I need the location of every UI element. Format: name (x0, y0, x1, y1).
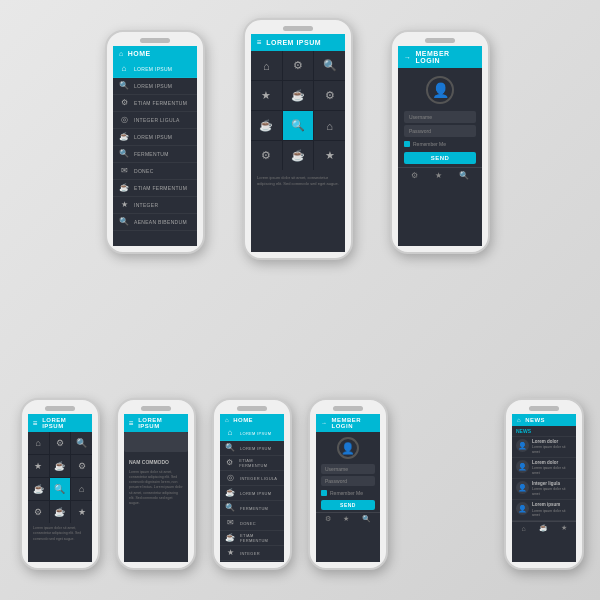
sm1-cell-home[interactable]: ⌂ (28, 432, 49, 454)
footer-star-icon: ★ (435, 171, 442, 180)
grid-cell-home[interactable]: ⌂ (251, 51, 282, 80)
grid-cell-gear2[interactable]: ⚙ (314, 81, 345, 110)
sm4-footer-search: 🔍 (362, 515, 371, 523)
sm1-cell-cup[interactable]: ☕ (50, 455, 71, 477)
sm1-header: ≡ LOREM IPSUM (28, 414, 92, 432)
grid-cell-search-active[interactable]: 🔍 (283, 111, 314, 140)
sm3-title: HOME (233, 417, 253, 423)
sm4-arrow-icon: → (321, 420, 328, 426)
sm3-star-icon: ★ (225, 548, 235, 558)
sm2-header: ≡ LOREM IPSUM (124, 414, 188, 432)
sm1-cell-home2[interactable]: ⌂ (71, 478, 92, 500)
sm5-news-thumb-3: 👤 (516, 481, 529, 494)
sm4-send-button[interactable]: SEND (321, 500, 375, 510)
sm1-icon-grid: ⌂ ⚙ 🔍 ★ ☕ ⚙ ☕ 🔍 ⌂ ⚙ ☕ ★ (28, 432, 92, 523)
menu-label-5: LOREM IPSUM (134, 134, 172, 140)
sm1-cell-gear[interactable]: ⚙ (50, 432, 71, 454)
menu-label-9: INTEGER (134, 202, 158, 208)
sm1-cell-cup2[interactable]: ☕ (28, 478, 49, 500)
sm3-menu-5[interactable]: ☕ LOREM IPSUM (220, 486, 284, 501)
menu-item-4[interactable]: ◎ INTEGER LIGULA (113, 112, 197, 129)
menu-item-6[interactable]: 🔍 FERMENTUM (113, 146, 197, 163)
phone-small-4: → MEMBER LOGIN 👤 Username Password Remem… (308, 398, 388, 570)
sm3-home-icon: ⌂ (225, 417, 229, 423)
grid-cell-gear[interactable]: ⚙ (283, 51, 314, 80)
screen-sm3: ⌂ HOME ⌂ LOREM IPSUM 🔍 LOREM IPSUM ⚙ ETI… (220, 414, 284, 562)
sm5-news-text-2: Lorem dolor Lorem ipsum dolor sit amet (532, 460, 572, 476)
sm1-cell-gear2[interactable]: ⚙ (71, 455, 92, 477)
grid-cell-search[interactable]: 🔍 (314, 51, 345, 80)
sm3-menu-9[interactable]: ★ INTEGER (220, 546, 284, 561)
sm1-cell-gear3[interactable]: ⚙ (28, 501, 49, 523)
sm4-username-field[interactable]: Username (321, 464, 375, 474)
sm5-news-item-1[interactable]: 👤 Lorem dolor Lorem ipsum dolor sit amet (512, 437, 576, 458)
checkbox-remember[interactable] (404, 141, 410, 147)
grid-cell-cup2[interactable]: ☕ (251, 111, 282, 140)
send-button[interactable]: SEND (404, 152, 476, 164)
sm3-menu-label-8: ETIAM FERMENTUM (240, 533, 279, 543)
sm3-menu-10[interactable]: 🔍 AENEAN BIBENDUM (220, 561, 284, 562)
sm4-remember-row[interactable]: Remember Me (316, 488, 380, 498)
sm3-menu-label-7: DONEC (240, 521, 256, 526)
sm3-envelope-icon: ✉ (225, 518, 235, 528)
sm5-news-item-4[interactable]: 👤 Lorem ipsum Lorem ipsum dolor sit amet (512, 500, 576, 521)
header-title: HOME (128, 50, 151, 57)
sm1-cell-search[interactable]: 🔍 (71, 432, 92, 454)
sm4-checkbox[interactable] (321, 490, 327, 496)
menu-item-3[interactable]: ⚙ ETIAM FERMENTUM (113, 95, 197, 112)
sm5-news-text-4: Lorem ipsum Lorem ipsum dolor sit amet (532, 502, 572, 518)
grid-cell-home2[interactable]: ⌂ (314, 111, 345, 140)
sm1-cell-search-active[interactable]: 🔍 (50, 478, 71, 500)
menu-item-1[interactable]: ⌂ LOREM IPSUM (113, 61, 197, 78)
sm5-news-body-2: Lorem ipsum dolor sit amet (532, 466, 565, 475)
menu-item-5[interactable]: ☕ LOREM IPSUM (113, 129, 197, 146)
sm5-news-title-1: Lorem dolor (532, 439, 558, 444)
hamburger-icon: ≡ (257, 38, 262, 47)
grid-cell-cup[interactable]: ☕ (283, 81, 314, 110)
sm3-cup2-icon: ☕ (225, 533, 235, 543)
sm3-menu-3[interactable]: ⚙ ETIAM FERMENTUM (220, 456, 284, 471)
sm1-cell-star2[interactable]: ★ (71, 501, 92, 523)
sm3-menu-7[interactable]: ✉ DONEC (220, 516, 284, 531)
username-field[interactable]: Username (404, 111, 476, 123)
menu-item-7[interactable]: ✉ DONEC (113, 163, 197, 180)
menu-item-9[interactable]: ★ INTEGER (113, 197, 197, 214)
screen-sm1: ≡ LOREM IPSUM ⌂ ⚙ 🔍 ★ ☕ ⚙ ☕ 🔍 ⌂ ⚙ ☕ ★ Lo… (28, 414, 92, 562)
sm4-remember-label: Remember Me (330, 490, 363, 496)
sm3-menu-label-3: ETIAM FERMENTUM (239, 458, 279, 468)
sm3-menu-4[interactable]: ◎ INTEGER LIGULA (220, 471, 284, 486)
grid-cell-gear3[interactable]: ⚙ (251, 141, 282, 170)
sm4-password-field[interactable]: Password (321, 476, 375, 486)
password-field[interactable]: Password (404, 125, 476, 137)
grid-cell-star[interactable]: ★ (251, 81, 282, 110)
phone-small-2: ≡ LOREM IPSUM NAM COMMODO Lorem ipsum do… (116, 398, 196, 570)
login-avatar-area: 👤 (398, 68, 482, 109)
sm3-menu-6[interactable]: 🔍 FERMENTUM (220, 501, 284, 516)
grid-cell-star2[interactable]: ★ (314, 141, 345, 170)
phone-left-large: ⌂ HOME ⌂ LOREM IPSUM 🔍 LOREM IPSUM ⚙ ETI… (105, 30, 205, 254)
menu-item-2[interactable]: 🔍 LOREM IPSUM (113, 78, 197, 95)
remember-me-row[interactable]: Remember Me (398, 139, 482, 149)
footer-gear-icon: ⚙ (411, 171, 418, 180)
sm5-news-body-1: Lorem ipsum dolor sit amet (532, 445, 565, 454)
menu-label-7: DONEC (134, 168, 154, 174)
menu-item-10[interactable]: 🔍 AENEAN BIBENDUM (113, 214, 197, 231)
screen-login-large: → MEMBER LOGIN 👤 Username Password Remem… (398, 46, 482, 246)
sm5-news-text-1: Lorem dolor Lorem ipsum dolor sit amet (532, 439, 572, 455)
sm3-menu-1[interactable]: ⌂ LOREM IPSUM (220, 426, 284, 441)
sm4-footer-star: ★ (343, 515, 349, 523)
sm3-gear-icon: ⚙ (225, 458, 234, 468)
sm3-menu-2[interactable]: 🔍 LOREM IPSUM (220, 441, 284, 456)
sm5-news-title-3: Integer ligula (532, 481, 560, 486)
sm3-menu-8[interactable]: ☕ ETIAM FERMENTUM (220, 531, 284, 546)
menu-item-8[interactable]: ☕ ETIAM FERMENTUM (113, 180, 197, 197)
sm5-title: NEWS (525, 417, 545, 423)
cup2-icon-menu: ☕ (119, 183, 129, 193)
grid-cell-cup3[interactable]: ☕ (283, 141, 314, 170)
sm5-news-item-2[interactable]: 👤 Lorem dolor Lorem ipsum dolor sit amet (512, 458, 576, 479)
sm1-title: LOREM IPSUM (42, 417, 87, 429)
sm3-user-icon: ◎ (225, 473, 235, 483)
sm1-cell-cup3[interactable]: ☕ (50, 501, 71, 523)
sm1-cell-star[interactable]: ★ (28, 455, 49, 477)
sm5-news-item-3[interactable]: 👤 Integer ligula Lorem ipsum dolor sit a… (512, 479, 576, 500)
